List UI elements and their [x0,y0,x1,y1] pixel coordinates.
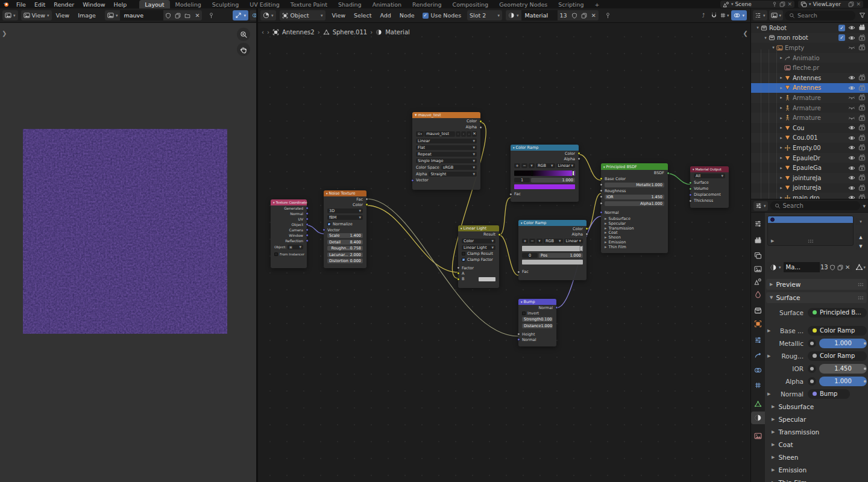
toolbar-toggle-arrow[interactable]: ❯ [2,30,7,37]
pin-icon[interactable] [772,1,778,7]
eye-icon[interactable] [848,124,855,131]
close-icon[interactable]: ✕ [856,1,861,7]
stop-index-field[interactable]: 1 [514,178,530,183]
socket-uv-output[interactable] [306,218,309,221]
camera-disabled-icon[interactable] [858,114,866,122]
properties-tab-modifiers[interactable] [751,334,765,346]
ramp-stop-0[interactable] [531,171,533,176]
workspace-tab-layout[interactable]: Layout [139,0,169,8]
interpolation-dropdown[interactable]: Linear▾ [416,139,477,143]
editor-divider[interactable] [750,8,751,482]
remove-stop-button[interactable]: − [529,239,535,243]
socket-height-input[interactable] [517,333,520,336]
from-instancer-checkbox[interactable] [274,252,278,256]
eye-closed-icon[interactable] [848,44,855,51]
panel-grip[interactable] [858,296,864,299]
snap-target-dropdown[interactable]: ▾ [720,12,729,19]
chevron-right-icon[interactable]: ▸ [778,86,784,90]
copy-icon[interactable] [848,1,854,7]
bsdf-section-specular[interactable]: ▸Specular [601,221,668,226]
interpolation-dropdown[interactable]: Linear▾ [564,239,583,243]
camera-disabled-icon[interactable] [858,174,866,181]
chevron-right-icon[interactable]: ▸ [778,116,784,120]
camera-disabled-icon[interactable] [858,164,866,172]
zoom-in-button[interactable] [237,28,250,41]
camera-disabled-icon[interactable] [858,84,866,92]
properties-tab-object[interactable] [751,318,765,330]
node-noise-texture[interactable]: ▾Noise Texture Fac Color 3D▾ fBM▾ ✓Norma… [324,190,366,268]
socket-color-output[interactable] [479,120,482,123]
eye-icon[interactable] [848,84,855,92]
ramp-options-dropdown[interactable]: ▾ [536,239,542,243]
camera-disabled-icon[interactable] [858,34,866,42]
socket-normal-input[interactable] [517,338,520,341]
bsdf-section-thin-film[interactable]: ▸Thin Film [601,245,668,249]
add-stop-button[interactable]: + [514,163,520,168]
socket-b-input[interactable] [457,278,460,281]
clamp-factor-checkbox[interactable]: ✓ [462,258,465,261]
socket-normal-input[interactable] [600,211,603,214]
use-nodes-toggle[interactable]: ✓ Use Nodes [423,12,462,19]
image-menu-image[interactable]: Image [74,8,100,22]
properties-tab-constraints[interactable] [751,379,765,392]
chevron-right-icon[interactable]: ▸ [778,125,784,130]
camera-disabled-icon[interactable] [858,184,866,192]
properties-tab-texture[interactable] [751,430,765,442]
workspace-tab-scripting[interactable]: Scripting [553,0,589,8]
socket-vector-input[interactable] [322,228,326,231]
unlink-material-button[interactable]: ✕ [844,262,851,272]
outliner[interactable]: ▾Robot✓▾mon robot✓▾Empty▸Animatiofleche.… [751,23,868,199]
eye-icon[interactable] [848,134,855,142]
pin-icon[interactable] [206,12,216,19]
socket-normal-output[interactable] [306,212,309,215]
shader-node-editor[interactable]: ‹ › Antennes2 › Sphere.011 › Material ❮ [258,23,750,482]
chevron-right-icon[interactable]: ▸ [778,155,784,160]
section-subsurface[interactable]: ▶Subsurface [766,400,867,413]
material-browse-dropdown[interactable]: ▾ [767,262,784,272]
outliner-filter-id-button[interactable]: ▾ [769,10,784,20]
editor-divider[interactable] [751,199,868,199]
ramp-options-dropdown[interactable]: ▾ [529,163,535,168]
workspace-tab-rendering[interactable]: Rendering [407,0,447,8]
object-picker[interactable]: ▣▾ [288,245,303,249]
socket-object-output[interactable] [306,223,309,226]
workspace-tab-modeling[interactable]: Modeling [170,0,207,8]
socket-factor-input[interactable] [457,266,460,269]
section-thin-film[interactable]: ▶Thin Film [766,476,867,482]
param-slider-scale[interactable]: Scale1.400 [327,233,363,238]
copy-mini[interactable] [461,131,466,137]
camera-disabled-icon[interactable] [858,94,866,101]
chevron-right-icon[interactable]: ▸ [778,55,784,60]
properties-tab-scene[interactable] [751,275,765,288]
eye-icon[interactable] [848,144,855,151]
pan-hand-button[interactable] [237,43,250,56]
panel-preview[interactable]: ▶ Preview [766,279,867,290]
properties-tab-object-data[interactable] [751,398,765,410]
workspace-tab-compositing[interactable]: Compositing [447,0,494,8]
pin-icon[interactable] [602,12,614,19]
normal-link-button[interactable]: Bump [808,389,850,399]
chevron-right-icon[interactable]: ▶ [767,354,770,358]
unlink-image-button[interactable]: ✕ [192,10,202,20]
animate-dot[interactable] [864,342,866,345]
socket-generated-output[interactable] [306,207,309,210]
socket-color-output[interactable] [585,227,588,230]
node-texture-coordinate[interactable]: ▾Texture Coordinate GeneratedNormalUVObj… [271,199,307,268]
socket-normal-output[interactable] [555,306,558,309]
animate-dot[interactable] [864,380,866,383]
image-browse-mini[interactable]: ▾ [416,131,424,137]
section-transmission[interactable]: ▶Transmission [766,425,867,438]
bsdf-section-sheen[interactable]: ▸Sheen [601,235,668,240]
stop-color-swatch[interactable] [514,184,575,189]
shader-menu-view[interactable]: View [328,8,350,22]
menu-file[interactable]: File [12,0,30,8]
color-mode-dropdown[interactable]: RGB▾ [544,239,563,243]
chevron-right-icon[interactable]: ▶ [767,328,770,333]
color-space-dropdown[interactable]: sRGB▾ [441,165,477,170]
checkbox-checked-icon[interactable]: ✓ [838,25,845,31]
properties-tab-view-layer[interactable] [751,263,765,275]
close-mini[interactable]: ✕ [472,131,477,137]
socket-roughness-input[interactable] [600,189,603,192]
chevron-right-icon[interactable]: ▸ [778,166,784,171]
editor-type-button[interactable]: ▾ [753,201,768,211]
